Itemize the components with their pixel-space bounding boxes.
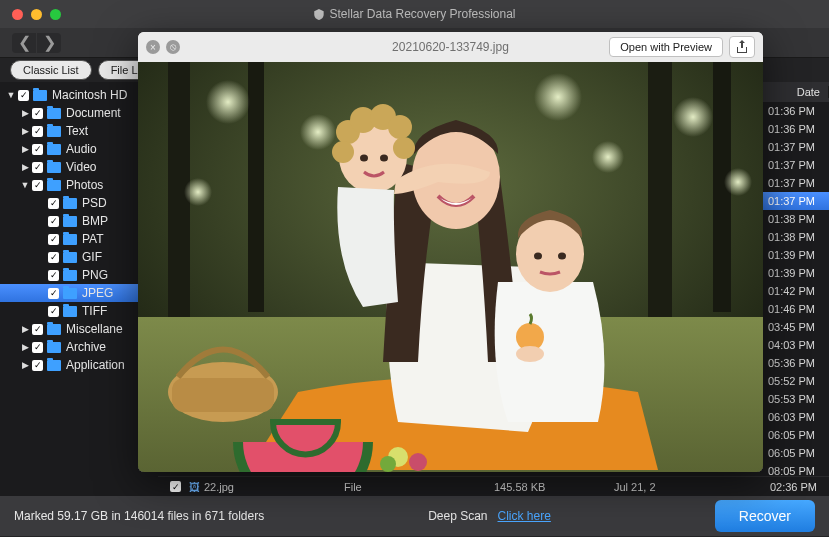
folder-icon (63, 270, 77, 281)
minimize-icon[interactable] (31, 9, 42, 20)
list-time: 01:37 PM (768, 159, 815, 171)
checkbox-icon[interactable]: ✓ (32, 180, 43, 191)
checkbox-icon[interactable]: ✓ (48, 216, 59, 227)
disclosure-triangle-icon[interactable]: ▶ (20, 144, 30, 154)
tree-item-photos[interactable]: ▼✓Photos (0, 176, 158, 194)
disclosure-triangle-icon[interactable]: ▼ (20, 180, 30, 190)
svg-point-7 (534, 73, 582, 121)
tree-item-document[interactable]: ▶✓Document (0, 104, 158, 122)
list-time: 06:03 PM (768, 411, 815, 423)
svg-point-32 (558, 253, 566, 260)
file-type: File (344, 481, 494, 493)
close-preview-icon[interactable]: × (146, 40, 160, 54)
open-with-preview-button[interactable]: Open with Preview (609, 37, 723, 57)
tree-label: Video (66, 160, 96, 174)
titlebar: Stellar Data Recovery Professional (0, 0, 829, 28)
checkbox-icon[interactable]: ✓ (32, 342, 43, 353)
folder-icon (63, 306, 77, 317)
checkbox-icon[interactable]: ✓ (32, 144, 43, 155)
tree-item-png[interactable]: ▶✓PNG (0, 266, 158, 284)
list-time: 01:46 PM (768, 303, 815, 315)
svg-point-8 (592, 141, 624, 173)
svg-point-16 (409, 453, 427, 471)
folder-icon (63, 234, 77, 245)
checkbox-icon[interactable]: ✓ (48, 198, 59, 209)
forward-button[interactable]: ❯ (37, 33, 61, 53)
traffic-lights (0, 9, 61, 20)
tree-item-miscellane[interactable]: ▶✓Miscellane (0, 320, 158, 338)
list-time: 01:36 PM (768, 105, 815, 117)
tree-item-application[interactable]: ▶✓Application (0, 356, 158, 374)
checkbox-icon[interactable]: ✓ (170, 481, 181, 492)
checkbox-icon[interactable]: ✓ (32, 126, 43, 137)
recover-button[interactable]: Recover (715, 500, 815, 532)
tree-item-archive[interactable]: ▶✓Archive (0, 338, 158, 356)
checkbox-icon[interactable]: ✓ (32, 162, 43, 173)
checkbox-icon[interactable]: ✓ (48, 234, 59, 245)
deep-scan-label: Deep Scan (428, 509, 487, 523)
folder-icon (47, 342, 61, 353)
folder-icon (63, 252, 77, 263)
svg-point-25 (388, 115, 412, 139)
checkbox-icon[interactable]: ✓ (48, 270, 59, 281)
folder-icon (63, 288, 77, 299)
tree-item-bmp[interactable]: ▶✓BMP (0, 212, 158, 230)
disclosure-triangle-icon[interactable]: ▶ (20, 360, 30, 370)
svg-point-9 (673, 97, 713, 137)
folder-icon (47, 108, 61, 119)
tree-label: Macintosh HD (52, 88, 127, 102)
status-footer: Marked 59.17 GB in 146014 files in 671 f… (0, 496, 829, 536)
sidebar-tree[interactable]: ▼ ✓ Macintosh HD ▶✓Document▶✓Text▶✓Audio… (0, 82, 158, 496)
file-icon: 🖼 (189, 481, 200, 493)
tree-label: Document (66, 106, 121, 120)
checkbox-icon[interactable]: ✓ (48, 288, 59, 299)
preview-filename: 20210620-133749.jpg (392, 40, 509, 54)
tree-root[interactable]: ▼ ✓ Macintosh HD (0, 86, 158, 104)
svg-point-17 (380, 456, 396, 472)
share-button[interactable] (729, 36, 755, 58)
file-row[interactable]: ✓ 🖼 22.jpg File 145.58 KB Jul 21, 2 02:3… (158, 476, 829, 496)
folder-icon (63, 216, 77, 227)
maximize-icon[interactable] (50, 9, 61, 20)
tree-item-pat[interactable]: ▶✓PAT (0, 230, 158, 248)
svg-point-29 (380, 155, 388, 162)
checkbox-icon[interactable]: ✓ (18, 90, 29, 101)
list-time: 01:39 PM (768, 249, 815, 261)
app-logo-icon (313, 9, 323, 20)
folder-icon (47, 324, 61, 335)
disclosure-triangle-icon[interactable]: ▼ (6, 90, 16, 100)
checkbox-icon[interactable]: ✓ (32, 360, 43, 371)
list-time: 08:05 PM (768, 465, 815, 476)
tree-label: Archive (66, 340, 106, 354)
svg-point-5 (206, 80, 250, 124)
checkbox-icon[interactable]: ✓ (48, 252, 59, 263)
list-time: 05:52 PM (768, 375, 815, 387)
disclosure-triangle-icon[interactable]: ▶ (20, 342, 30, 352)
disclosure-triangle-icon[interactable]: ▶ (20, 324, 30, 334)
tree-item-audio[interactable]: ▶✓Audio (0, 140, 158, 158)
stop-icon[interactable]: ⦸ (166, 40, 180, 54)
tree-item-text[interactable]: ▶✓Text (0, 122, 158, 140)
disclosure-triangle-icon[interactable]: ▶ (20, 126, 30, 136)
tree-item-psd[interactable]: ▶✓PSD (0, 194, 158, 212)
list-time: 06:05 PM (768, 429, 815, 441)
file-name: 22.jpg (204, 481, 344, 493)
checkbox-icon[interactable]: ✓ (32, 108, 43, 119)
tree-label: Miscellane (66, 322, 123, 336)
tree-item-gif[interactable]: ▶✓GIF (0, 248, 158, 266)
folder-icon (33, 90, 47, 101)
tree-item-tiff[interactable]: ▶✓TIFF (0, 302, 158, 320)
tree-item-video[interactable]: ▶✓Video (0, 158, 158, 176)
deep-scan-link[interactable]: Click here (498, 509, 551, 523)
disclosure-triangle-icon[interactable]: ▶ (20, 162, 30, 172)
disclosure-triangle-icon[interactable]: ▶ (20, 108, 30, 118)
checkbox-icon[interactable]: ✓ (32, 324, 43, 335)
checkbox-icon[interactable]: ✓ (48, 306, 59, 317)
close-icon[interactable] (12, 9, 23, 20)
tree-label: Audio (66, 142, 97, 156)
back-button[interactable]: ❮ (12, 33, 36, 53)
share-icon (736, 40, 748, 54)
preview-image (138, 62, 763, 472)
tree-item-jpeg[interactable]: ▶✓JPEG (0, 284, 158, 302)
classic-list-tab[interactable]: Classic List (10, 60, 92, 80)
